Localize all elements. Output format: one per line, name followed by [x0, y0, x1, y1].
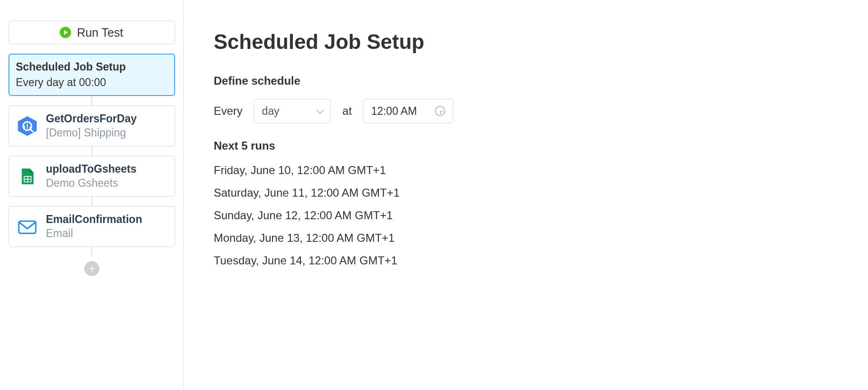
- step-scheduled-sub: Every day at 00:00: [16, 76, 168, 89]
- run-test-button[interactable]: Run Test: [8, 21, 175, 44]
- unit-value: day: [262, 105, 279, 118]
- step-email-title: EmailConfirmation: [46, 213, 142, 226]
- email-icon: [16, 215, 39, 238]
- every-label: Every: [214, 104, 242, 118]
- step-scheduled-title: Scheduled Job Setup: [16, 61, 168, 73]
- sidebar: Run Test Scheduled Job Setup Every day a…: [0, 0, 184, 390]
- connector-line: [91, 247, 92, 256]
- step-upload-gsheets[interactable]: uploadToGsheets Demo Gsheets: [8, 156, 175, 197]
- step-get-orders-title: GetOrdersForDay: [46, 112, 137, 125]
- step-email-confirmation[interactable]: EmailConfirmation Email: [8, 206, 175, 247]
- bigquery-icon: [16, 115, 39, 137]
- at-label: at: [342, 104, 352, 118]
- time-value: 12:00 AM: [371, 105, 417, 118]
- plus-icon: [88, 264, 96, 273]
- page-title: Scheduled Job Setup: [214, 30, 838, 54]
- step-get-orders[interactable]: GetOrdersForDay [Demo] Shipping: [8, 105, 175, 146]
- run-item: Monday, June 13, 12:00 AM GMT+1: [214, 231, 838, 245]
- main-panel: Scheduled Job Setup Define schedule Ever…: [184, 0, 868, 390]
- time-input[interactable]: 12:00 AM: [363, 99, 453, 123]
- play-icon: [60, 27, 71, 38]
- step-scheduled-job[interactable]: Scheduled Job Setup Every day at 00:00: [8, 54, 175, 96]
- svg-rect-6: [19, 221, 36, 233]
- run-item: Saturday, June 11, 12:00 AM GMT+1: [214, 186, 838, 199]
- run-item: Friday, June 10, 12:00 AM GMT+1: [214, 164, 838, 177]
- chevron-down-icon: [316, 106, 324, 114]
- step-email-sub: Email: [46, 227, 142, 240]
- connector-line: [91, 96, 92, 105]
- connector-line: [91, 197, 92, 206]
- connector-line: [91, 146, 92, 156]
- unit-select[interactable]: day: [254, 99, 331, 123]
- schedule-row: Every day at 12:00 AM: [214, 99, 838, 123]
- define-schedule-label: Define schedule: [214, 74, 838, 88]
- step-upload-gsheets-title: uploadToGsheets: [46, 163, 137, 175]
- clock-icon: [435, 106, 445, 116]
- steps-column: Scheduled Job Setup Every day at 00:00 G…: [8, 54, 175, 276]
- step-upload-gsheets-sub: Demo Gsheets: [46, 177, 137, 190]
- add-step-button[interactable]: [84, 261, 99, 276]
- step-get-orders-sub: [Demo] Shipping: [46, 127, 137, 139]
- run-item: Tuesday, June 14, 12:00 AM GMT+1: [214, 254, 838, 267]
- gsheets-icon: [16, 165, 39, 188]
- run-item: Sunday, June 12, 12:00 AM GMT+1: [214, 209, 838, 222]
- run-test-label: Run Test: [77, 26, 123, 40]
- next-runs-label: Next 5 runs: [214, 139, 838, 152]
- next-runs-list: Friday, June 10, 12:00 AM GMT+1 Saturday…: [214, 164, 838, 267]
